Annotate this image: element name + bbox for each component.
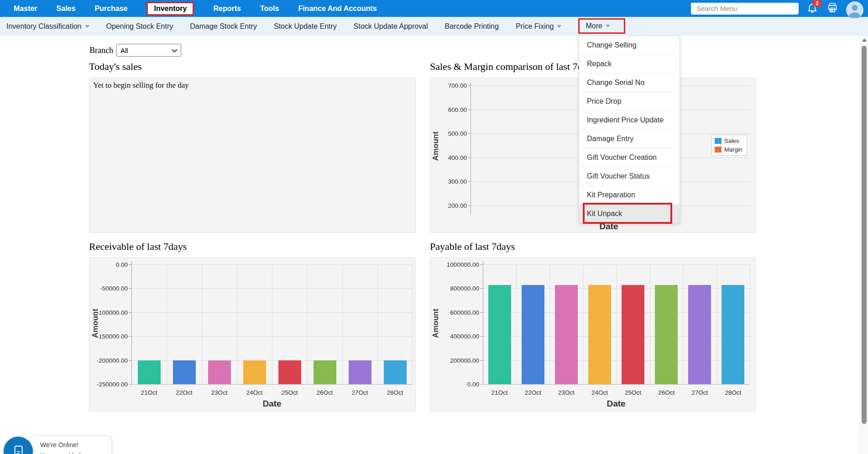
topnav-item-sales[interactable]: Sales <box>57 5 76 13</box>
notification-badge: 2 <box>812 0 822 7</box>
legend-entry-margin: Margin <box>715 146 743 153</box>
sales-margin-title: Sales & Margin comparison of last 7days <box>430 61 596 73</box>
bar-25oct <box>622 285 644 384</box>
x-tick-label: 28Oct <box>725 389 741 396</box>
menu-item-kit-unpack[interactable]: Kit Unpack <box>579 204 680 223</box>
subnav-item-label: More <box>586 22 602 30</box>
subnav-item-damage-stock-entry[interactable]: Damage Stock Entry <box>190 22 257 31</box>
topnav-items: MasterSalesPurchaseInventoryReportsTools… <box>0 2 377 16</box>
subnav-item-price-fixing[interactable]: Price Fixing <box>516 22 562 31</box>
scrollbar-track[interactable] <box>860 36 868 454</box>
x-tick-label: 21Oct <box>141 389 157 396</box>
bar-22oct <box>522 285 544 384</box>
subnav-item-opening-stock-entry[interactable]: Opening Stock Entry <box>106 22 173 31</box>
y-tick-label: -250000.00 <box>82 381 128 388</box>
subnav-item-more[interactable]: More <box>578 18 625 34</box>
menu-item-price-drop[interactable]: Price Drop <box>579 92 680 111</box>
todays-sales-message: Yet to begin selling for the day <box>93 81 189 90</box>
subnav-item-stock-update-approval[interactable]: Stock Update Approval <box>354 22 428 31</box>
subnav-item-label: Opening Stock Entry <box>106 22 173 31</box>
scroll-up-arrow-icon[interactable] <box>862 38 867 42</box>
y-tick-label: 400.00 <box>421 154 467 161</box>
y-axis-line <box>471 83 471 215</box>
printer-icon <box>826 2 838 16</box>
user-avatar[interactable] <box>846 1 863 19</box>
x-axis-line <box>483 384 750 385</box>
subnav-item-stock-update-entry[interactable]: Stock Update Entry <box>274 22 337 31</box>
chat-status-text: We're Online! <box>40 441 111 449</box>
branch-label: Branch <box>89 46 113 55</box>
legend-entry-sales: Sales <box>715 137 743 144</box>
bar-28oct <box>384 360 407 384</box>
x-tick-label: 25Oct <box>625 389 641 396</box>
menu-item-kit-preparation[interactable]: Kit Preparation <box>579 185 680 204</box>
y-axis-line <box>483 261 483 384</box>
topnav-item-inventory[interactable]: Inventory <box>146 2 194 16</box>
menu-item-repack[interactable]: Repack <box>579 54 680 73</box>
y-tick-label: 500.00 <box>421 130 467 137</box>
gridline <box>202 264 202 384</box>
chevron-down-icon <box>557 25 561 28</box>
bar-23oct <box>555 285 578 384</box>
scrollbar-thumb[interactable] <box>862 46 867 424</box>
payable-title: Payable of last 7days <box>430 241 515 253</box>
todays-sales-panel: Yet to begin selling for the day <box>89 78 416 233</box>
margin-swatch <box>715 147 722 153</box>
topnav-item-master[interactable]: Master <box>14 5 37 13</box>
bar-27oct <box>349 360 371 384</box>
bar-24oct <box>243 360 266 384</box>
gridline <box>750 264 750 384</box>
topnav-item-purchase[interactable]: Purchase <box>94 5 127 13</box>
menu-item-change-selling[interactable]: Change Selling <box>579 36 680 54</box>
legend-label: Margin <box>724 146 743 153</box>
bar-26oct <box>314 360 336 384</box>
chat-launcher-button[interactable] <box>4 437 33 454</box>
menu-item-gift-voucher-creation[interactable]: Gift Voucher Creation <box>579 148 680 167</box>
subnav-item-label: Damage Stock Entry <box>190 22 257 31</box>
topnav-item-reports[interactable]: Reports <box>213 5 241 13</box>
gridline <box>650 264 650 384</box>
y-tick-label: -100000.00 <box>82 309 128 316</box>
gridline <box>167 264 167 384</box>
x-axis-title: Date <box>607 399 625 409</box>
x-tick-label: 22Oct <box>176 389 192 396</box>
bar-26oct <box>655 285 678 384</box>
y-tick-label: 1000000.00 <box>434 261 479 268</box>
todays-sales-title: Today's sales <box>89 61 141 73</box>
y-tick-label: 300.00 <box>421 178 467 185</box>
topnav-item-tools[interactable]: Tools <box>260 5 279 13</box>
topnav-item-finance-and-accounts[interactable]: Finance And Accounts <box>298 5 376 13</box>
branch-selected-value: All <box>120 47 128 54</box>
x-tick-label: 26Oct <box>316 389 333 396</box>
chevron-down-icon <box>172 49 178 53</box>
legend-label: Sales <box>724 137 739 144</box>
search-input[interactable] <box>691 3 799 15</box>
chevron-down-icon <box>85 25 89 28</box>
branch-select[interactable]: All <box>116 44 181 57</box>
y-tick-label: -50000.00 <box>82 285 128 292</box>
top-navbar: MasterSalesPurchaseInventoryReportsTools… <box>0 0 868 17</box>
gridline <box>549 264 550 384</box>
y-tick-label: -150000.00 <box>82 333 128 340</box>
menu-item-damage-entry[interactable]: Damage Entry <box>579 129 680 148</box>
x-tick-label: 23Oct <box>211 389 227 396</box>
inventory-sub-navbar: Inventory ClassificationOpening Stock En… <box>0 17 868 36</box>
x-tick-label: 26Oct <box>658 389 675 396</box>
subnav-item-inventory-classification[interactable]: Inventory Classification <box>6 22 89 31</box>
print-button[interactable] <box>826 2 839 15</box>
bar-22oct <box>173 360 196 384</box>
x-tick-label: 28Oct <box>387 389 403 396</box>
sales-swatch <box>715 138 722 144</box>
subnav-item-barcode-printing[interactable]: Barcode Printing <box>445 22 499 31</box>
chat-status-bubble[interactable]: We're Online! How may I help you today? <box>30 436 111 454</box>
subnav-item-label: Stock Update Entry <box>274 22 337 31</box>
gridline <box>516 264 517 384</box>
menu-item-gift-voucher-status[interactable]: Gift Voucher Status <box>579 167 680 185</box>
menu-item-ingredient-price-update[interactable]: Ingredient Price Update <box>579 111 680 129</box>
chart-legend: SalesMargin <box>711 135 747 156</box>
bar-28oct <box>722 285 744 384</box>
notifications-button[interactable]: 2 <box>806 2 819 15</box>
menu-item-change-serial-no[interactable]: Change Serial No <box>579 73 680 92</box>
x-tick-label: 27Oct <box>691 389 708 396</box>
gridline <box>683 264 684 384</box>
